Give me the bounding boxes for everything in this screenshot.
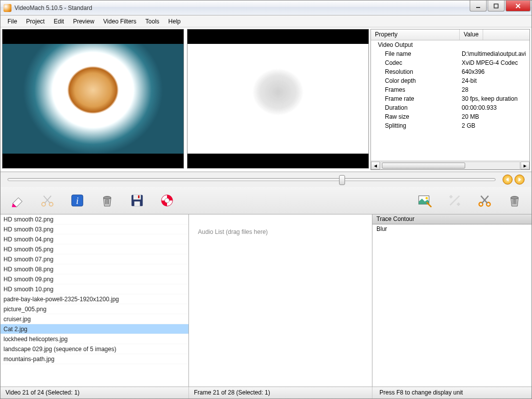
properties-body: Video Output File nameD:\multimedia\outp… [371,40,530,161]
filter-list[interactable]: Blur [372,224,532,387]
properties-panel: Property Value Video Output File nameD:\… [370,29,530,170]
svg-rect-21 [513,200,513,204]
file-item[interactable]: padre-bay-lake-powell-2325-1920x1200.jpg [0,294,188,304]
file-item[interactable]: picture_005.png [0,304,188,314]
timeline-row [0,172,532,187]
status-video: Video 21 of 24 (Selected: 1) [0,387,189,399]
svg-rect-1 [494,4,498,8]
output-image [187,44,368,154]
source-preview[interactable] [2,29,184,169]
svg-point-6 [104,197,111,200]
file-item[interactable]: HD smooth 05.png [0,244,188,254]
col-property[interactable]: Property [371,29,460,40]
window-title: VideoMach 5.10.5 - Standard [14,4,470,11]
property-row[interactable]: Raw size20 MB [371,112,530,121]
file-list-pane: HD smooth 02.pngHD smooth 03.pngHD smoot… [0,214,189,387]
svg-text:i: i [76,196,78,206]
file-item[interactable]: Cat 2.jpg [0,324,188,334]
menu-help[interactable]: Help [165,16,185,26]
source-image [2,44,183,154]
lifebuoy-icon[interactable] [159,193,175,208]
file-item[interactable]: HD smooth 10.png [0,284,188,294]
close-button[interactable] [506,0,531,11]
file-item[interactable]: HD smooth 07.png [0,254,188,264]
lists-row: HD smooth 02.pngHD smooth 03.pngHD smoot… [0,214,532,387]
svg-rect-23 [516,200,516,204]
property-row[interactable]: Resolution640x396 [371,67,530,76]
file-item[interactable]: HD smooth 08.png [0,264,188,274]
audio-list-pane[interactable]: Audio List (drag files here) [189,214,372,387]
menu-project[interactable]: Project [22,16,48,26]
svg-rect-9 [108,200,109,204]
status-hint: Press F8 to change display unit [372,387,532,399]
wrench-cross-icon[interactable] [447,193,463,208]
property-row[interactable]: Frame rate30 fps, keep duration [371,94,530,103]
file-item[interactable]: HD smooth 04.png [0,234,188,244]
svg-rect-7 [105,200,106,204]
svg-rect-0 [476,7,480,8]
timeline-slider[interactable] [7,178,496,181]
property-row[interactable]: CodecXviD MPEG-4 Codec [371,58,530,67]
menu-file[interactable]: File [3,16,21,26]
trash-icon[interactable] [507,193,523,208]
next-frame-button[interactable] [515,175,525,185]
minimize-button[interactable] [470,0,487,11]
svg-rect-12 [134,201,140,206]
svg-rect-13 [138,196,140,199]
app-icon [3,4,11,12]
trash-icon[interactable] [99,193,115,208]
properties-header[interactable]: Property Value [371,29,530,40]
timeline-knob[interactable] [339,175,345,185]
file-item[interactable]: mountains-path.jpg [0,354,188,364]
svg-point-17 [425,197,428,200]
status-frame: Frame 21 of 28 (Selected: 1) [189,387,372,399]
svg-rect-8 [107,200,107,204]
maximize-button[interactable] [488,0,505,11]
cut-icon[interactable] [477,193,493,208]
svg-rect-22 [514,200,515,204]
scroll-track[interactable] [380,162,520,170]
menu-preview[interactable]: Preview [69,16,98,26]
scroll-thumb[interactable] [382,163,465,169]
file-item[interactable]: landscape 029.jpg (sequence of 5 images) [0,344,188,354]
col-value[interactable]: Value [460,29,483,40]
menu-video-filters[interactable]: Video Filters [99,16,140,26]
scroll-right-icon[interactable]: ▸ [521,162,530,170]
window-buttons [470,0,532,15]
filters-pane: Trace Contour Blur [372,214,532,387]
info-icon[interactable]: i [69,193,85,208]
property-row[interactable]: Color depth24-bit [371,76,530,85]
output-preview[interactable] [187,29,369,169]
file-item[interactable]: lockheed helicopters.jpg [0,334,188,344]
property-row[interactable]: Splitting2 GB [371,121,530,130]
property-row[interactable]: File nameD:\multimedia\output.avi [371,49,530,58]
filter-header[interactable]: Trace Contour [372,214,532,224]
filter-item[interactable]: Blur [372,224,532,233]
cut-icon[interactable] [39,193,55,208]
titlebar: VideoMach 5.10.5 - Standard [0,0,532,15]
file-list[interactable]: HD smooth 02.pngHD smooth 03.pngHD smoot… [0,214,188,387]
eraser-icon[interactable] [9,193,25,208]
file-item[interactable]: HD smooth 03.png [0,224,188,234]
property-row[interactable]: Frames28 [371,85,530,94]
property-row[interactable]: Duration00:00:00.933 [371,103,530,112]
file-item[interactable]: HD smooth 02.png [0,214,188,224]
svg-rect-11 [134,195,141,200]
save-icon[interactable] [129,193,145,208]
app-window: VideoMach 5.10.5 - Standard File Project… [0,0,532,399]
audio-placeholder: Audio List (drag files here) [189,214,372,387]
menu-tools[interactable]: Tools [142,16,164,26]
prev-frame-button[interactable] [503,175,513,185]
preview-row: Property Value Video Output File nameD:\… [0,27,532,172]
property-group-video-output[interactable]: Video Output [371,40,530,49]
menu-edit[interactable]: Edit [50,16,68,26]
image-edit-icon[interactable] [417,193,433,208]
file-item[interactable]: HD smooth 09.png [0,274,188,284]
svg-point-15 [165,198,169,202]
file-item[interactable]: cruiser.jpg [0,314,188,324]
toolbar: i [0,187,532,214]
scroll-left-icon[interactable]: ◂ [371,162,380,170]
menubar: File Project Edit Preview Video Filters … [0,15,532,27]
statusbar: Video 21 of 24 (Selected: 1) Frame 21 of… [0,387,532,399]
properties-hscroll[interactable]: ◂ ▸ [371,161,530,170]
